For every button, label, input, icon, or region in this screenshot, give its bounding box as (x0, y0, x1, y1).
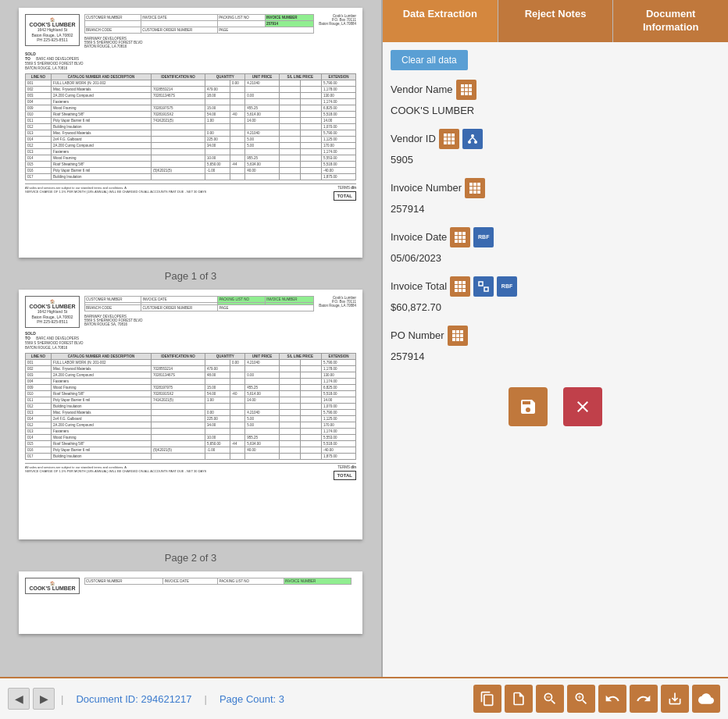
svg-rect-40 (462, 240, 466, 243)
vendor-id-field: Vendor ID 5905 (391, 129, 720, 167)
undo-icon-btn[interactable] (598, 685, 626, 713)
svg-rect-42 (459, 281, 462, 284)
page-2-label: Page 2 of 3 (8, 547, 373, 571)
svg-rect-30 (473, 190, 476, 194)
svg-rect-3 (461, 88, 464, 91)
svg-rect-31 (477, 190, 480, 194)
svg-rect-43 (462, 281, 466, 284)
svg-rect-14 (451, 137, 455, 141)
right-panel: Data Extraction Reject Notes Document In… (383, 0, 728, 677)
invoice-date-grid-btn[interactable] (450, 227, 470, 247)
invoice-number-label: Invoice Number (391, 182, 462, 194)
nav-back-button[interactable]: ◀ (8, 688, 30, 710)
svg-rect-2 (469, 84, 472, 87)
document-id-label: Document ID: 294621217 (76, 693, 191, 705)
svg-rect-57 (460, 334, 463, 337)
invoice-number-field: Invoice Number 257914 (391, 178, 720, 216)
svg-rect-5 (469, 88, 472, 91)
svg-rect-17 (451, 141, 455, 144)
vendor-id-label: Vendor ID (391, 133, 436, 144)
svg-rect-41 (455, 281, 458, 284)
svg-rect-34 (462, 232, 466, 235)
redo-icon-btn[interactable] (630, 685, 658, 713)
svg-rect-46 (462, 285, 466, 288)
nav-forward-button[interactable]: ▶ (33, 688, 55, 710)
save-button[interactable] (509, 387, 548, 426)
svg-rect-6 (461, 92, 464, 95)
svg-rect-38 (455, 240, 458, 243)
vendor-id-grid-btn[interactable] (439, 129, 459, 149)
svg-rect-50 (479, 282, 483, 286)
svg-line-22 (473, 137, 476, 141)
svg-rect-0 (461, 84, 464, 87)
page-3: 🏠 COOK'S LUMBER CUSTOMER NUMBER INVOICE … (19, 571, 362, 634)
cancel-button[interactable] (563, 387, 602, 426)
svg-rect-25 (477, 183, 480, 186)
action-buttons (391, 375, 720, 439)
invoice-total-field: Invoice Total RBF $60,872.70 (391, 276, 720, 315)
po-number-label: PO Number (391, 329, 444, 341)
invoice-total-value: $60,872.70 (391, 300, 720, 315)
svg-rect-44 (455, 285, 458, 288)
page-count-label: Page Count: 3 (219, 693, 284, 705)
svg-rect-59 (456, 338, 459, 341)
svg-rect-13 (448, 137, 451, 141)
svg-point-20 (474, 141, 477, 144)
po-number-grid-btn[interactable] (448, 326, 468, 346)
svg-point-19 (468, 141, 471, 144)
svg-rect-47 (455, 289, 458, 292)
vendor-name-grid-btn[interactable] (456, 80, 476, 100)
invoice-total-grid-btn[interactable] (450, 276, 470, 297)
svg-rect-23 (469, 183, 473, 186)
tab-document-information[interactable]: Document Information (613, 0, 728, 42)
svg-rect-49 (462, 289, 466, 292)
document-viewer[interactable]: 🏠 COOK'S LUMBER 1642 Highland StBaton Ro… (0, 0, 383, 677)
toolbar-icons (473, 685, 720, 713)
invoice-date-field: Invoice Date RBF 05/06/2023 (391, 227, 720, 265)
svg-rect-26 (469, 187, 473, 190)
cloud-icon-btn[interactable] (692, 685, 720, 713)
invoice-total-label: Invoice Total (391, 280, 447, 292)
svg-rect-53 (456, 330, 459, 333)
bottom-toolbar: ◀ ▶ | Document ID: 294621217 | Page Coun… (0, 677, 728, 719)
export-icon-btn[interactable] (661, 685, 689, 713)
svg-rect-33 (459, 232, 462, 235)
svg-rect-37 (462, 236, 466, 239)
svg-rect-45 (459, 285, 462, 288)
po-number-value: 257914 (391, 349, 720, 364)
svg-rect-35 (455, 236, 458, 239)
svg-rect-29 (469, 190, 473, 194)
invoice-total-split-btn[interactable] (473, 276, 494, 297)
svg-point-18 (471, 134, 474, 137)
svg-rect-11 (451, 133, 455, 137)
zoom-out-icon-btn[interactable] (536, 685, 564, 713)
svg-rect-8 (469, 92, 472, 95)
svg-line-21 (469, 137, 473, 141)
invoice-number-grid-btn[interactable] (465, 178, 485, 198)
invoice-date-label: Invoice Date (391, 231, 447, 243)
clear-all-data-button[interactable]: Clear all data (391, 50, 468, 70)
svg-rect-24 (473, 183, 476, 186)
vendor-name-field: Vendor Name COOK'S LUMBER (391, 80, 720, 118)
svg-rect-51 (484, 287, 488, 291)
document-icon-btn[interactable] (505, 685, 533, 713)
svg-rect-55 (452, 334, 455, 337)
tab-reject-notes[interactable]: Reject Notes (498, 0, 614, 42)
svg-rect-4 (465, 88, 468, 91)
vendor-id-org-btn[interactable] (462, 129, 483, 149)
invoice-date-rbf-btn[interactable]: RBF (473, 227, 494, 247)
svg-rect-9 (444, 133, 447, 137)
tab-bar: Data Extraction Reject Notes Document In… (383, 0, 728, 42)
page-1-label: Page 1 of 3 (8, 265, 373, 290)
vendor-id-value: 5905 (391, 152, 720, 167)
copy-icon-btn[interactable] (473, 685, 501, 713)
tab-data-extraction[interactable]: Data Extraction (383, 0, 498, 42)
svg-rect-28 (477, 187, 480, 190)
svg-rect-7 (465, 92, 468, 95)
svg-rect-56 (456, 334, 459, 337)
svg-rect-32 (455, 232, 458, 235)
zoom-in-icon-btn[interactable] (567, 685, 595, 713)
svg-rect-52 (452, 330, 455, 333)
svg-rect-60 (460, 338, 463, 341)
invoice-total-rbf-btn[interactable]: RBF (497, 276, 517, 297)
